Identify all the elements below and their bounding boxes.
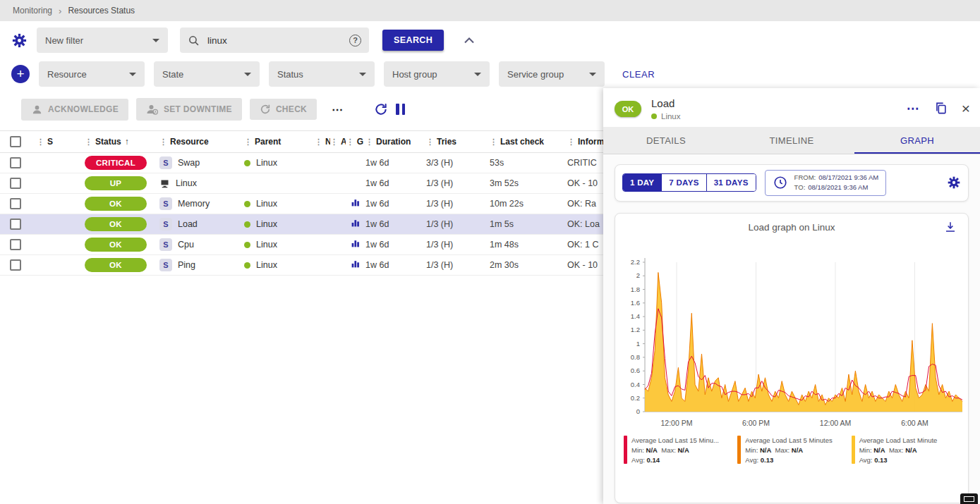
period-1day-button[interactable]: 1 DAY [623,174,661,191]
parent-link[interactable]: Linux [256,158,277,168]
chevron-down-icon [474,73,481,76]
tab-graph[interactable]: GRAPH [854,127,980,154]
panel-header: OK Load Linux ⋯ × [603,88,980,127]
more-actions-button[interactable]: ⋯ [325,102,351,118]
period-31days-button[interactable]: 31 DAYS [706,174,756,191]
svg-text:1.8: 1.8 [631,285,640,293]
graph-settings-gear-icon[interactable] [947,176,961,190]
col-header-parent[interactable]: Parent [255,137,281,147]
legend-item[interactable]: Average Load Last Minute Min: N/A Max: N… [852,436,960,466]
search-button[interactable]: SEARCH [382,30,444,51]
col-header-severity[interactable]: S [47,137,53,147]
legend-min-value: N/A [646,446,658,454]
acknowledge-label: ACKNOWLEDGE [48,104,119,114]
filter-settings-gear-icon[interactable] [11,32,28,49]
duration-cell: 1w 6d [364,173,425,194]
parent-link[interactable]: Linux [256,199,277,209]
breadcrumb-resources-status[interactable]: Resources Status [68,6,135,16]
parent-status-dot [244,221,250,228]
resource-link[interactable]: Linux [176,178,197,188]
search-help-icon[interactable]: ? [349,35,361,47]
panel-parent-link[interactable]: Linux [661,112,681,121]
pause-autorefresh-icon[interactable] [396,104,405,115]
filter-state-select[interactable]: State [154,61,260,87]
close-panel-icon[interactable]: × [962,101,970,116]
row-checkbox[interactable] [10,259,21,271]
graph-icon[interactable] [351,199,360,209]
legend-max-value: N/A [677,446,689,454]
col-header-acknowledge[interactable]: A [341,137,346,147]
filter-preset-select[interactable]: New filter [37,27,168,53]
refresh-list-icon[interactable] [374,102,388,116]
drag-handle-icon[interactable]: ⋮ [365,137,373,146]
row-checkbox[interactable] [10,157,21,168]
resource-link[interactable]: Cpu [178,240,194,250]
drag-handle-icon[interactable]: ⋮ [159,137,167,146]
filter-resource-select[interactable]: Resource [39,61,145,87]
filter-servicegroup-select[interactable]: Service group [499,61,605,87]
drag-handle-icon[interactable]: ⋮ [37,137,44,146]
check-button[interactable]: CHECK [250,99,317,120]
tab-details[interactable]: DETAILS [603,127,729,154]
filter-status-select[interactable]: Status [269,61,375,87]
search-input[interactable] [206,35,343,47]
tab-timeline[interactable]: TIMELINE [729,127,854,154]
parent-link[interactable]: Linux [256,260,277,270]
select-all-checkbox[interactable] [10,136,21,147]
corner-overlay-icon[interactable] [960,493,978,504]
row-checkbox[interactable] [10,239,21,250]
graph-icon[interactable] [351,240,360,250]
graph-icon[interactable] [351,220,360,230]
drag-handle-icon[interactable]: ⋮ [490,137,497,146]
col-header-last-check[interactable]: Last check [500,137,544,147]
graph-title: Load graph on Linux [615,222,968,233]
drag-handle-icon[interactable]: ⋮ [85,137,92,146]
load-graph-canvas[interactable]: 12:00 PM6:00 PM12:00 AM6:00 AM00.20.40.6… [615,252,969,431]
drag-handle-icon[interactable]: ⋮ [330,137,338,146]
col-header-notification[interactable]: N [325,137,330,147]
row-checkbox[interactable] [10,198,21,209]
add-filter-button[interactable]: + [11,65,30,83]
legend-item[interactable]: Average Load Last 5 Minutes Min: N/A Max… [737,436,845,466]
period-7days-button[interactable]: 7 DAYS [661,174,706,191]
graph-icon[interactable] [351,261,360,271]
legend-item[interactable]: Average Load Last 15 Minu... Min: N/A Ma… [624,436,732,466]
resource-link[interactable]: Ping [178,260,195,270]
col-header-resource[interactable]: Resource [170,137,209,147]
service-type-badge: S [159,156,172,169]
set-downtime-button[interactable]: SET DOWNTIME [136,98,242,121]
drag-handle-icon[interactable]: ⋮ [567,137,575,146]
legend-max-value: N/A [792,446,803,454]
col-header-status[interactable]: Status [95,137,121,147]
panel-more-icon[interactable]: ⋯ [907,102,920,115]
col-header-tries[interactable]: Tries [437,137,456,147]
acknowledge-button[interactable]: ACKNOWLEDGE [21,99,128,121]
parent-link[interactable]: Linux [256,219,277,229]
time-range-picker[interactable]: FROM:08/17/2021 9:36 AM TO:08/18/2021 9:… [765,170,887,196]
parent-link[interactable]: Linux [256,240,277,250]
search-box[interactable]: ? [180,27,369,53]
drag-handle-icon[interactable]: ⋮ [346,137,354,146]
drag-handle-icon[interactable]: ⋮ [426,137,434,146]
breadcrumb-monitoring[interactable]: Monitoring [13,6,52,16]
resource-link[interactable]: Load [178,219,198,229]
sort-asc-icon[interactable]: ↑ [125,137,129,147]
col-header-duration[interactable]: Duration [376,137,411,147]
resource-link[interactable]: Swap [178,158,200,168]
parent-status-dot [244,160,250,166]
legend-series-name: Average Load Last 5 Minutes [745,436,832,445]
filter-hostgroup-select[interactable]: Host group [384,61,490,87]
status-badge: OK [85,217,147,231]
collapse-filters-chevron-icon[interactable] [464,37,475,44]
filter-status-label: Status [277,69,303,80]
clear-filters-button[interactable]: CLEAR [622,69,655,80]
drag-handle-icon[interactable]: ⋮ [315,137,322,146]
col-header-graph[interactable]: G [357,137,363,147]
filter-resource-label: Resource [47,69,87,80]
row-checkbox[interactable] [10,178,21,189]
resource-link[interactable]: Memory [178,199,210,209]
drag-handle-icon[interactable]: ⋮ [244,137,252,146]
export-graph-icon[interactable] [944,221,957,233]
copy-link-icon[interactable] [934,102,948,115]
row-checkbox[interactable] [10,219,21,230]
